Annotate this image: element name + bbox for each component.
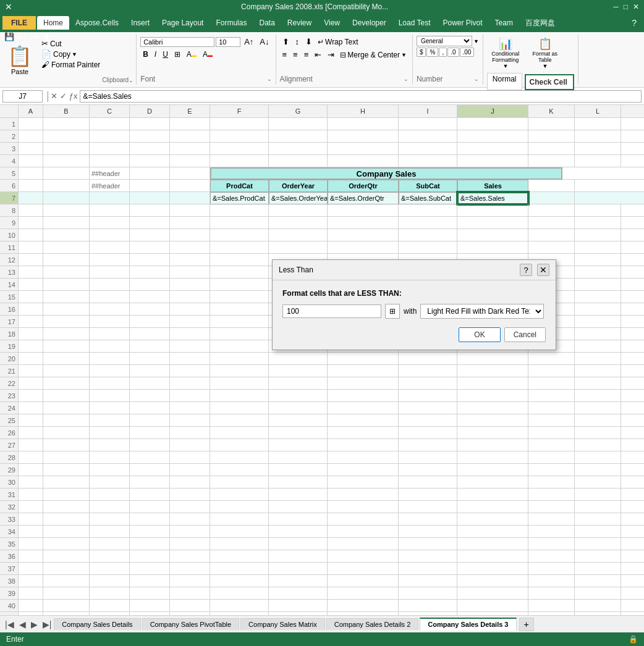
check-cell-button[interactable]: Check Cell (525, 74, 574, 90)
sheet-tab-4[interactable]: Company Sales Details 3 (420, 618, 516, 631)
conditional-formatting-button[interactable]: 📊 ConditionalFormatting ▼ (487, 36, 524, 70)
row-num-27[interactable]: 27 (0, 439, 19, 451)
row-num-5[interactable]: 5 (0, 167, 19, 179)
tab-team[interactable]: Team (489, 16, 519, 30)
col-header-orderyear[interactable]: OrderYear (269, 180, 328, 192)
cell-e1[interactable] (170, 118, 210, 130)
cell-ref-box[interactable] (2, 90, 43, 103)
dialog-ok-button[interactable]: OK (459, 327, 500, 342)
row-num-41[interactable]: 41 (0, 612, 19, 615)
row-num-29[interactable]: 29 (0, 464, 19, 476)
maximize-btn[interactable]: □ (624, 2, 628, 11)
row-num-8[interactable]: 8 (0, 204, 19, 216)
sheet-nav-last-btn[interactable]: ▶| (40, 618, 54, 631)
align-bottom-btn[interactable]: ⬇ (303, 36, 315, 48)
cell-i7[interactable]: &=Sales.SubCat (399, 192, 457, 204)
sheet-nav-first-btn[interactable]: |◀ (2, 618, 17, 631)
copy-dropdown-icon[interactable]: ▼ (72, 51, 77, 57)
tab-load-test[interactable]: Load Test (392, 16, 437, 30)
cell-k1[interactable] (528, 118, 575, 130)
format-table-dropdown[interactable]: ▼ (542, 63, 548, 69)
row-num-37[interactable]: 37 (0, 563, 19, 574)
cell-i1[interactable] (399, 118, 457, 130)
qa-dropdown-btn[interactable]: ▼ (41, 31, 53, 43)
cell-h1[interactable] (328, 118, 399, 130)
cell-f1[interactable] (210, 118, 269, 130)
row-num-9[interactable]: 9 (0, 217, 19, 229)
row-num-38[interactable]: 38 (0, 575, 19, 587)
cell-f7[interactable]: &=Sales.ProdCat (210, 192, 269, 204)
undo-quick-btn[interactable]: ↩ (17, 31, 28, 43)
decrease-decimal-btn[interactable]: .0 (447, 48, 459, 57)
tab-insert[interactable]: Insert (125, 16, 156, 30)
row-num-6[interactable]: 6 (0, 180, 19, 191)
row-num-25[interactable]: 25 (0, 414, 19, 426)
number-format-select[interactable]: General (417, 36, 472, 46)
cell-j1[interactable] (457, 118, 528, 130)
row-num-33[interactable]: 33 (0, 513, 19, 525)
formula-confirm-btn[interactable]: ✓ (60, 91, 67, 101)
col-header-d[interactable]: D (130, 105, 170, 117)
row-num-40[interactable]: 40 (0, 600, 19, 611)
cell-b1[interactable] (43, 118, 90, 130)
row-num-18[interactable]: 18 (0, 328, 19, 340)
col-header-l[interactable]: L (575, 105, 621, 117)
col-header-subcat[interactable]: SubCat (399, 180, 457, 192)
company-sales-header[interactable]: Company Sales (210, 167, 562, 180)
tab-aspose[interactable]: Aspose.Cells (69, 16, 125, 30)
number-expand-btn[interactable]: ⌄ (474, 76, 479, 82)
decrease-indent-btn[interactable]: ⇤ (312, 49, 324, 61)
cell-d1[interactable] (130, 118, 170, 130)
clipboard-expand-btn[interactable]: ⌄ (129, 77, 133, 83)
copy-button[interactable]: 📄 Copy ▼ (40, 49, 102, 59)
cell-h7[interactable]: &=Sales.OrderQtr (328, 192, 399, 204)
dialog-range-icon-btn[interactable]: ⊞ (385, 304, 400, 319)
col-header-prodcat[interactable]: ProdCat (210, 180, 269, 192)
row-num-3[interactable]: 3 (0, 143, 19, 154)
col-header-k[interactable]: K (528, 105, 575, 117)
col-header-c[interactable]: C (90, 105, 130, 117)
dialog-help-btn[interactable]: ? (520, 264, 532, 276)
align-center-btn[interactable]: ≡ (290, 49, 300, 61)
row-num-20[interactable]: 20 (0, 353, 19, 364)
row-num-23[interactable]: 23 (0, 390, 19, 401)
align-middle-btn[interactable]: ↕ (293, 36, 302, 48)
increase-indent-btn[interactable]: ⇥ (325, 49, 337, 61)
formula-cancel-btn[interactable]: ✕ (51, 91, 57, 101)
save-quick-btn[interactable]: 💾 (2, 31, 16, 43)
row-num-12[interactable]: 12 (0, 254, 19, 266)
row-num-24[interactable]: 24 (0, 402, 19, 414)
tab-formulas[interactable]: Formulas (210, 16, 253, 30)
sheet-tab-2[interactable]: Company Sales Matrix (240, 618, 325, 630)
row-num-36[interactable]: 36 (0, 550, 19, 562)
row-num-31[interactable]: 31 (0, 489, 19, 500)
normal-style-button[interactable]: Normal (487, 73, 522, 90)
tab-baidu[interactable]: 百度网盘 (519, 15, 561, 31)
tab-view[interactable]: View (318, 16, 346, 30)
tab-power-pivot[interactable]: Power Pivot (437, 16, 489, 30)
row-num-10[interactable]: 10 (0, 229, 19, 241)
underline-button[interactable]: U (160, 49, 171, 60)
formula-input[interactable] (80, 90, 642, 103)
row-num-32[interactable]: 32 (0, 501, 19, 513)
sheet-nav-prev-btn[interactable]: ◀ (17, 618, 28, 631)
font-increase-btn[interactable]: A↑ (242, 36, 256, 48)
add-sheet-button[interactable]: + (519, 618, 534, 631)
row-num-28[interactable]: 28 (0, 451, 19, 463)
row-num-13[interactable]: 13 (0, 266, 19, 278)
row-num-4[interactable]: 4 (0, 155, 19, 167)
merge-center-dropdown[interactable]: ▼ (401, 52, 407, 58)
increase-decimal-btn[interactable]: .00 (460, 48, 475, 57)
sheet-nav-next-btn[interactable]: ▶ (28, 618, 40, 631)
close-btn[interactable]: ✕ (633, 2, 639, 11)
row-num-22[interactable]: 22 (0, 377, 19, 389)
dialog-value-input[interactable] (282, 304, 381, 318)
row-num-2[interactable]: 2 (0, 130, 19, 142)
percent-btn[interactable]: % (426, 48, 438, 57)
row-num-14[interactable]: 14 (0, 279, 19, 290)
cond-format-dropdown[interactable]: ▼ (502, 63, 508, 69)
col-header-g[interactable]: G (269, 105, 328, 117)
col-header-orderqtr[interactable]: OrderQtr (328, 180, 399, 192)
dollar-btn[interactable]: $ (417, 48, 426, 57)
font-expand-btn[interactable]: ⌄ (267, 76, 272, 82)
